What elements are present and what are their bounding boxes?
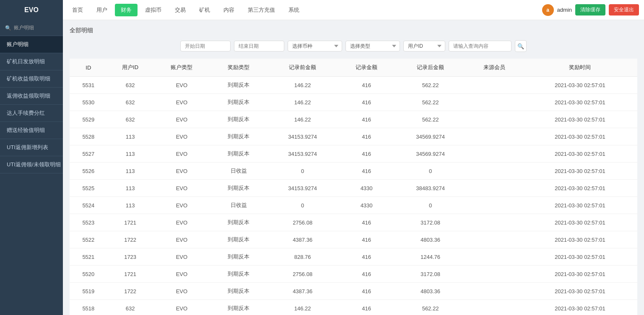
- sidebar-item-2[interactable]: 矿机收益领取明细: [0, 70, 63, 88]
- cell-5-8: 2021-03-30 02:57:01: [523, 163, 637, 180]
- cell-12-3: 到期反本: [210, 283, 267, 300]
- cell-4-6: 34569.9274: [395, 145, 466, 163]
- col-header-5: 记录金额: [338, 59, 395, 77]
- cell-13-5: 416: [338, 300, 395, 315]
- table-row: 5526113EVO日收益041602021-03-30 02:57:01: [70, 163, 637, 180]
- cell-11-3: 到期反本: [210, 266, 267, 283]
- cell-3-7: [466, 128, 523, 145]
- sidebar-item-5[interactable]: 赠送经验值明细: [0, 122, 63, 139]
- sidebar-item-4[interactable]: 达人手续费分红: [0, 105, 63, 122]
- sidebar-item-6[interactable]: UTI返佣新增列表: [0, 139, 63, 156]
- col-header-0: ID: [70, 59, 107, 77]
- cell-2-5: 416: [338, 111, 395, 128]
- cell-3-6: 34569.9274: [395, 128, 466, 145]
- end-date-input[interactable]: [234, 41, 284, 52]
- cell-7-4: 0: [267, 197, 338, 214]
- cell-5-5: 416: [338, 163, 395, 180]
- logo: EVO: [0, 0, 63, 20]
- nav-item-系统[interactable]: 系统: [283, 4, 305, 16]
- nav-item-财务[interactable]: 财务: [115, 4, 138, 16]
- type-select[interactable]: 选择类型: [345, 41, 400, 52]
- cell-5-0: 5526: [70, 163, 107, 180]
- cell-13-0: 5518: [70, 300, 107, 315]
- sidebar-item-0[interactable]: 账户明细: [0, 36, 63, 53]
- sidebar-item-7[interactable]: UTI返佣领/未领取明细: [0, 156, 63, 173]
- cell-1-8: 2021-03-30 02:57:01: [523, 94, 637, 111]
- cell-13-6: 562.22: [395, 300, 466, 315]
- clear-cache-button[interactable]: 清除缓存: [575, 4, 605, 15]
- cell-3-4: 34153.9274: [267, 128, 338, 145]
- table-header: ID用户ID账户类型奖励类型记录前金额记录金额记录后金额来源会员奖励时间: [70, 59, 637, 77]
- cell-9-5: 416: [338, 231, 395, 248]
- sidebar-item-3[interactable]: 返佣收益领取明细: [0, 88, 63, 105]
- cell-12-1: 1722: [107, 283, 153, 300]
- nav-item-虚拟币[interactable]: 虚拟币: [139, 4, 167, 16]
- cell-5-6: 0: [395, 163, 466, 180]
- cell-7-1: 113: [107, 197, 153, 214]
- cell-0-3: 到期反本: [210, 77, 267, 94]
- table-row: 5529632EVO到期反本146.22416562.222021-03-30 …: [70, 111, 637, 128]
- col-header-1: 用户ID: [107, 59, 153, 77]
- nav-item-交易[interactable]: 交易: [169, 4, 192, 16]
- cell-1-2: EVO: [153, 94, 210, 111]
- cell-0-2: EVO: [153, 77, 210, 94]
- cell-4-4: 34153.9274: [267, 145, 338, 163]
- search-input[interactable]: [449, 41, 512, 52]
- cell-5-7: [466, 163, 523, 180]
- cell-0-6: 562.22: [395, 77, 466, 94]
- col-header-7: 来源会员: [466, 59, 523, 77]
- cell-2-1: 632: [107, 111, 153, 128]
- cell-2-4: 146.22: [267, 111, 338, 128]
- cell-10-0: 5521: [70, 248, 107, 266]
- table-row: 5530632EVO到期反本146.22416562.222021-03-30 …: [70, 94, 637, 111]
- nav-item-第三方充值[interactable]: 第三方充值: [242, 4, 281, 16]
- cell-2-2: EVO: [153, 111, 210, 128]
- currency-select[interactable]: 选择币种: [288, 41, 342, 52]
- cell-0-8: 2021-03-30 02:57:01: [523, 77, 637, 94]
- cell-2-6: 562.22: [395, 111, 466, 128]
- cell-5-3: 日收益: [210, 163, 267, 180]
- cell-9-4: 4387.36: [267, 231, 338, 248]
- cell-6-3: 到期反本: [210, 180, 267, 197]
- cell-4-7: [466, 145, 523, 163]
- cell-11-6: 3172.08: [395, 266, 466, 283]
- cell-2-3: 到期反本: [210, 111, 267, 128]
- cell-1-3: 到期反本: [210, 94, 267, 111]
- sidebar-search: 🔍 账户明细: [0, 20, 63, 36]
- cell-12-2: EVO: [153, 283, 210, 300]
- search-button[interactable]: 🔍: [515, 40, 527, 52]
- cell-6-5: 4330: [338, 180, 395, 197]
- cell-9-1: 1722: [107, 231, 153, 248]
- nav-item-用户[interactable]: 用户: [91, 4, 113, 16]
- table-row: 5525113EVO到期反本34153.9274433038483.927420…: [70, 180, 637, 197]
- cell-6-2: EVO: [153, 180, 210, 197]
- sidebar-search-label: 账户明细: [14, 24, 34, 31]
- exit-button[interactable]: 安全退出: [609, 4, 639, 15]
- cell-12-4: 4387.36: [267, 283, 338, 300]
- cell-13-7: [466, 300, 523, 315]
- user-id-select[interactable]: 用户ID: [403, 41, 445, 52]
- table-row: 5524113EVO日收益0433002021-03-30 02:57:01: [70, 197, 637, 214]
- cell-12-8: 2021-03-30 02:57:01: [523, 283, 637, 300]
- cell-4-8: 2021-03-30 02:57:01: [523, 145, 637, 163]
- data-table: ID用户ID账户类型奖励类型记录前金额记录金额记录后金额来源会员奖励时间 553…: [70, 59, 637, 315]
- cell-5-1: 113: [107, 163, 153, 180]
- cell-9-3: 到期反本: [210, 231, 267, 248]
- col-header-2: 账户类型: [153, 59, 210, 77]
- cell-3-1: 113: [107, 128, 153, 145]
- table-row: 55211723EVO到期反本828.764161244.762021-03-3…: [70, 248, 637, 266]
- col-header-3: 奖励类型: [210, 59, 267, 77]
- start-date-input[interactable]: [180, 41, 231, 52]
- cell-8-1: 1721: [107, 214, 153, 231]
- nav-item-内容[interactable]: 内容: [218, 4, 240, 16]
- nav-item-首页[interactable]: 首页: [66, 4, 89, 16]
- cell-8-7: [466, 214, 523, 231]
- cell-7-3: 日收益: [210, 197, 267, 214]
- sidebar: 🔍 账户明细 账户明细矿机日发放明细矿机收益领取明细返佣收益领取明细达人手续费分…: [0, 20, 63, 315]
- cell-6-0: 5525: [70, 180, 107, 197]
- cell-11-2: EVO: [153, 266, 210, 283]
- cell-12-7: [466, 283, 523, 300]
- nav-item-矿机[interactable]: 矿机: [193, 4, 216, 16]
- cell-11-5: 416: [338, 266, 395, 283]
- sidebar-item-1[interactable]: 矿机日发放明细: [0, 53, 63, 70]
